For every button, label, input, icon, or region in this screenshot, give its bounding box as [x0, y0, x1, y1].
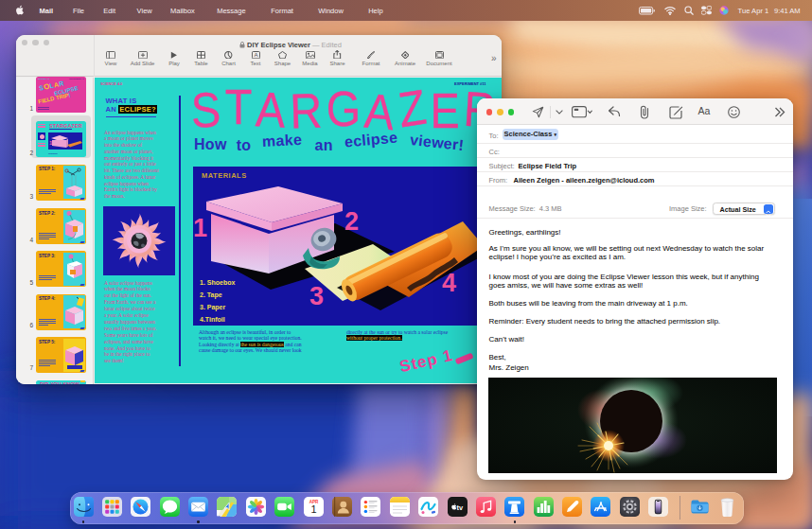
svg-text:2: 2: [344, 207, 359, 236]
svg-text:2. Tape: 2. Tape: [200, 291, 222, 299]
svg-text:3: 3: [309, 282, 324, 310]
svg-text:1: 1: [193, 214, 207, 242]
svg-text:A: A: [254, 51, 258, 58]
svg-text:1: 1: [310, 503, 316, 515]
svg-text:4: 4: [442, 269, 456, 297]
svg-text:1. Shoebox: 1. Shoebox: [200, 279, 235, 286]
svg-text:3. Paper: 3. Paper: [200, 304, 226, 311]
svg-text:4.Tinfoil: 4.Tinfoil: [200, 316, 225, 323]
svg-text:tv: tv: [456, 503, 463, 511]
